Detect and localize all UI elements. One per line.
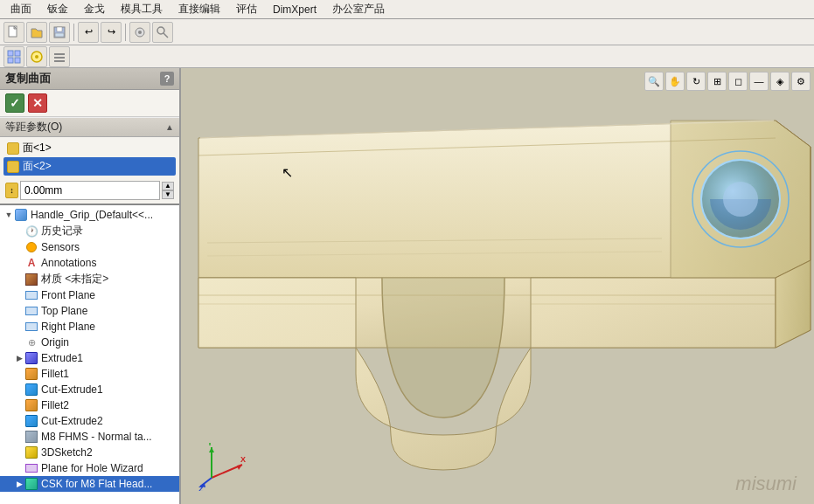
model-svg [181, 68, 814, 504]
history-label: 历史记录 [41, 224, 176, 238]
menu-evaluate[interactable]: 评估 [229, 0, 264, 18]
face-icon-1 [7, 142, 19, 155]
zoom-button[interactable]: 🔍 [644, 72, 664, 91]
tree-extrude1[interactable]: ▶ Extrude1 [0, 350, 179, 366]
rotate-button[interactable]: ↻ [686, 72, 706, 91]
svg-marker-30 [237, 465, 242, 470]
tree-material[interactable]: 材质 <未指定> [0, 271, 179, 287]
face-list: 面<1> 面<2> [0, 137, 179, 177]
menu-direct-edit[interactable]: 直接编辑 [171, 0, 227, 18]
front-plane-label: Front Plane [41, 289, 176, 301]
tree-history[interactable]: 🕐 历史记录 [0, 223, 179, 239]
confirm-button[interactable]: ✓ [5, 93, 24, 113]
cut-extrude1-expand [14, 384, 24, 395]
tree-front-plane[interactable]: Front Plane [0, 287, 179, 303]
origin-label: Origin [41, 336, 176, 349]
svg-point-25 [723, 182, 758, 217]
config-tab[interactable] [49, 46, 70, 67]
tree-cut-extrude1[interactable]: Cut-Extrude1 [0, 382, 179, 397]
options-view-button[interactable]: ⚙ [791, 72, 811, 91]
feature-tree[interactable]: ▼ Handle_Grip_(Default<<... 🕐 历史记录 [0, 205, 179, 504]
front-plane-expand [14, 290, 24, 300]
extrude1-icon [24, 351, 38, 365]
tree-fillet2[interactable]: Fillet2 [0, 397, 179, 413]
redo-button[interactable]: ↪ [101, 22, 122, 43]
new-button[interactable] [3, 22, 24, 43]
menu-sheetmetal[interactable]: 钣金 [40, 0, 75, 18]
tree-m8[interactable]: M8 FHMS - Normal ta... [0, 429, 179, 445]
main-area: 复制曲面 ? ✓ ✕ 等距参数(O) ▲ 面<1> 面<2> [0, 68, 814, 504]
3dsketch2-expand [14, 447, 24, 458]
svg-point-14 [35, 55, 38, 59]
spinner-down[interactable]: ▼ [162, 190, 174, 199]
property-tab[interactable] [26, 46, 47, 67]
plane-hw-label: Plane for Hole Wizard [41, 462, 176, 474]
menu-dimxpert[interactable]: DimXpert [266, 2, 324, 17]
distance-input[interactable] [20, 181, 160, 200]
tree-sensors[interactable]: Sensors [0, 239, 179, 255]
svg-rect-12 [15, 58, 20, 63]
cut-extrude1-label: Cut-Extrude1 [41, 383, 176, 396]
feature-tab[interactable] [3, 46, 24, 67]
sensors-icon [24, 240, 38, 254]
tree-cut-extrude2[interactable]: Cut-Extrude2 [0, 413, 179, 429]
search-button[interactable] [152, 22, 173, 43]
tree-right-plane[interactable]: Right Plane [0, 319, 179, 335]
tree-fillet1[interactable]: Fillet1 [0, 366, 179, 382]
svg-rect-3 [57, 27, 62, 31]
copy-surface-panel: 复制曲面 ? ✓ ✕ 等距参数(O) ▲ 面<1> 面<2> [0, 68, 179, 205]
tree-top-plane[interactable]: Top Plane [0, 303, 179, 319]
panel-header: 复制曲面 ? [0, 68, 179, 90]
right-plane-label: Right Plane [41, 321, 176, 333]
menu-surface[interactable]: 曲面 [3, 0, 38, 18]
tree-plane-hole-wizard[interactable]: Plane for Hole Wizard [0, 460, 179, 476]
top-plane-label: Top Plane [41, 305, 176, 317]
plane-hw-expand [14, 463, 24, 473]
menu-jinge[interactable]: 金戈 [77, 0, 112, 18]
menu-bar: 曲面 钣金 金戈 模具工具 直接编辑 评估 DimXpert 办公室产品 [0, 0, 814, 19]
tree-csk[interactable]: ▶ CSK for M8 Flat Head... [0, 476, 179, 492]
open-button[interactable] [26, 22, 47, 43]
display-button[interactable]: ◈ [770, 72, 790, 91]
plane-hw-icon [24, 461, 38, 475]
csk-icon [24, 477, 38, 491]
pan-button[interactable]: ✋ [665, 72, 685, 91]
fillet1-label: Fillet1 [41, 368, 176, 380]
menu-mold[interactable]: 模具工具 [114, 0, 170, 18]
spinner-up[interactable]: ▲ [162, 182, 174, 190]
cancel-button[interactable]: ✕ [28, 93, 47, 113]
svg-marker-33 [209, 447, 214, 452]
options-button[interactable] [129, 22, 150, 43]
left-panel: 复制曲面 ? ✓ ✕ 等距参数(O) ▲ 面<1> 面<2> [0, 68, 181, 504]
svg-text:Z: Z [198, 485, 204, 491]
feature-toolbar [0, 45, 814, 68]
tree-3dsketch2[interactable]: 3DSketch2 [0, 445, 179, 460]
material-label: 材质 <未指定> [41, 272, 176, 287]
fit-button[interactable]: ⊞ [707, 72, 727, 91]
3dsketch2-icon [24, 445, 38, 459]
tree-origin[interactable]: ⊕ Origin [0, 335, 179, 350]
help-button[interactable]: ? [160, 72, 174, 86]
params-section-header[interactable]: 等距参数(O) ▲ [0, 117, 179, 137]
annotations-expand [14, 258, 24, 268]
section-button[interactable]: — [749, 72, 769, 91]
menu-office[interactable]: 办公室产品 [325, 0, 392, 18]
svg-rect-10 [15, 51, 20, 56]
sep1 [73, 24, 74, 41]
3dsketch2-label: 3DSketch2 [41, 446, 176, 459]
svg-point-7 [157, 27, 164, 34]
face-item-1[interactable]: 面<1> [3, 139, 176, 157]
save-button[interactable] [49, 22, 70, 43]
viewport[interactable]: ↖ X Y Z 🔍 ✋ ↻ ⊞ ◻ [181, 68, 814, 504]
undo-button[interactable]: ↩ [78, 22, 99, 43]
root-icon [14, 208, 28, 222]
view3d-button[interactable]: ◻ [728, 72, 748, 91]
face-item-2[interactable]: 面<2> [3, 157, 176, 176]
panel-actions: ✓ ✕ [0, 90, 179, 117]
panel-title: 复制曲面 [5, 71, 51, 86]
annotations-label: Annotations [41, 257, 176, 269]
tree-annotations[interactable]: A Annotations [0, 255, 179, 271]
tree-root[interactable]: ▼ Handle_Grip_(Default<<... [0, 207, 179, 223]
fillet2-label: Fillet2 [41, 399, 176, 411]
svg-rect-16 [54, 57, 65, 59]
